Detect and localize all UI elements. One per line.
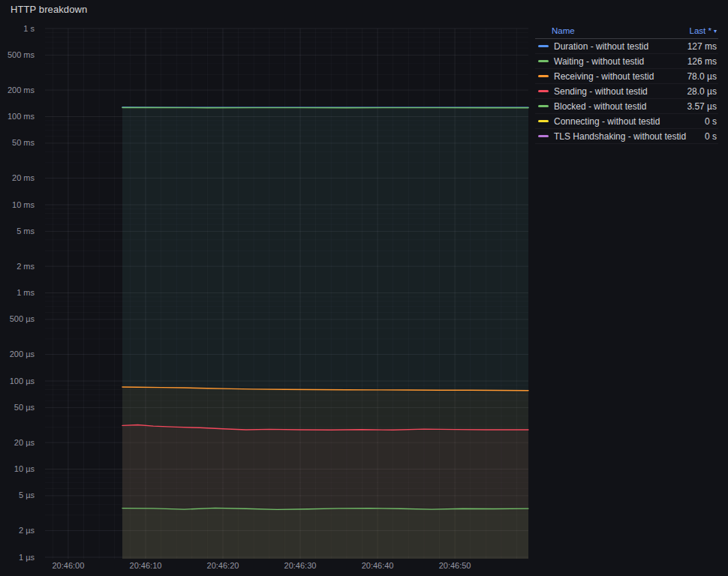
legend-series-label: Sending - without testid (554, 86, 648, 97)
legend-series-value: 127 ms (687, 41, 717, 52)
series-marker-icon (538, 135, 549, 137)
legend-row[interactable]: Receiving - without testid78.0 µs (535, 69, 718, 84)
legend-row[interactable]: Connecting - without testid0 s (535, 114, 718, 129)
grafana-panel: HTTP breakdown 1 s500 ms200 ms100 ms50 m… (0, 0, 728, 576)
legend-row[interactable]: Blocked - without testid3.57 µs (535, 99, 718, 114)
y-tick-label: 200 ms (8, 86, 35, 94)
y-tick-label: 50 ms (12, 138, 35, 147)
legend-name-header[interactable]: Name (552, 26, 575, 35)
x-tick-label: 20:46:30 (284, 561, 317, 570)
legend-value-header-label: Last * (690, 26, 711, 35)
y-tick-label: 5 µs (19, 490, 35, 500)
legend-row[interactable]: Waiting - without testid126 ms (535, 54, 718, 69)
legend-series-label: Blocked - without testid (554, 101, 646, 112)
legend-series-label: Connecting - without testid (554, 116, 660, 127)
legend-series-label: TLS Handshaking - without testid (554, 131, 686, 142)
legend-value-header[interactable]: Last *▾ (690, 26, 717, 35)
x-tick-label: 20:46:00 (52, 561, 84, 570)
legend-series-label: Receiving - without testid (554, 71, 654, 82)
legend-row[interactable]: Duration - without testid127 ms (535, 39, 718, 54)
series-marker-icon (538, 45, 549, 47)
legend-series-label: Duration - without testid (554, 41, 648, 52)
y-tick-label: 500 µs (10, 314, 35, 323)
legend-series-value: 126 ms (687, 56, 717, 67)
series-marker-icon (538, 105, 549, 107)
x-tick-label: 20:46:40 (362, 561, 394, 570)
y-tick-label: 2 µs (19, 526, 35, 535)
x-tick-label: 20:46:10 (130, 561, 162, 570)
y-tick-label: 100 µs (10, 376, 35, 386)
legend-row[interactable]: Sending - without testid28.0 µs (535, 84, 718, 99)
series-fill (122, 508, 528, 559)
y-tick-label: 1 s (23, 24, 35, 33)
y-tick-label: 10 ms (12, 200, 35, 209)
legend-header: Name Last *▾ (535, 24, 718, 39)
y-tick-label: 50 µs (14, 403, 35, 412)
legend-series-value: 78.0 µs (687, 71, 717, 82)
legend-series-value: 0 s (705, 116, 717, 127)
x-tick-label: 20:46:50 (439, 561, 471, 570)
sort-caret-icon: ▾ (714, 28, 717, 34)
legend-series-value: 0 s (705, 131, 717, 142)
legend-series-value: 3.57 µs (687, 101, 717, 112)
y-tick-label: 10 µs (14, 464, 35, 473)
series-marker-icon (538, 60, 549, 62)
x-tick-label: 20:46:20 (207, 561, 239, 570)
y-tick-label: 20 µs (14, 438, 35, 447)
panel-title[interactable]: HTTP breakdown (11, 4, 87, 15)
y-tick-label: 100 ms (8, 112, 35, 121)
y-tick-label: 500 ms (8, 50, 35, 59)
y-tick-label: 1 ms (17, 288, 35, 297)
y-tick-label: 1 µs (19, 553, 35, 562)
legend-row[interactable]: TLS Handshaking - without testid0 s (535, 129, 718, 144)
y-tick-label: 20 ms (12, 173, 35, 182)
series-marker-icon (538, 90, 549, 92)
legend-rows: Duration - without testid127 msWaiting -… (535, 39, 718, 144)
legend-table: Name Last *▾ Duration - without testid12… (535, 24, 718, 144)
series-marker-icon (538, 120, 549, 122)
y-tick-label: 200 µs (10, 350, 35, 358)
y-tick-label: 5 ms (17, 226, 35, 236)
series-marker-icon (538, 75, 549, 77)
legend-series-value: 28.0 µs (687, 86, 717, 97)
legend-series-label: Waiting - without testid (554, 56, 644, 67)
y-tick-label: 2 ms (17, 262, 35, 271)
